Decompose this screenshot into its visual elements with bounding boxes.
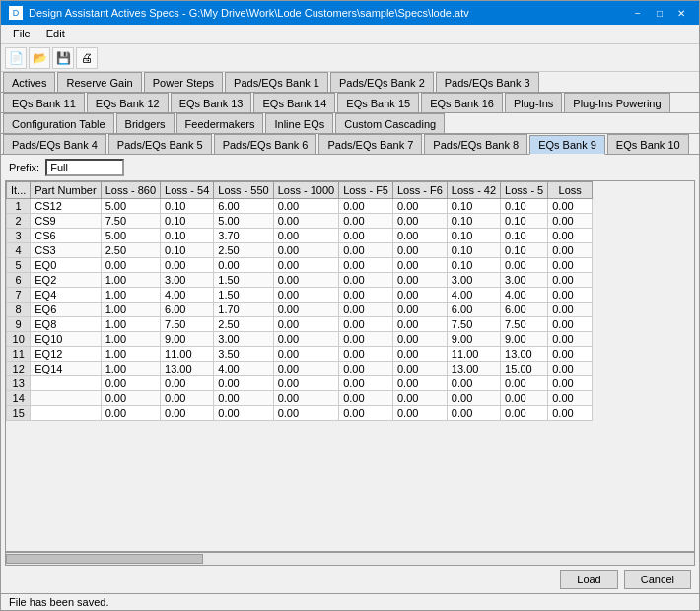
cell-value[interactable]: 6.00: [447, 303, 500, 317]
new-button[interactable]: 📄: [5, 47, 27, 69]
close-button[interactable]: ✕: [671, 5, 691, 21]
cell-value[interactable]: 3.00: [447, 273, 500, 288]
cell-value[interactable]: 0.00: [273, 229, 338, 243]
data-table-container[interactable]: It... Part Number Loss - 860 Loss - 54 L…: [5, 180, 695, 552]
cell-value[interactable]: 0.00: [392, 391, 447, 406]
load-button[interactable]: Load: [560, 570, 617, 589]
tab-pads-eqs-bank3[interactable]: Pads/EQs Bank 3: [436, 72, 539, 92]
cell-value[interactable]: 0.00: [548, 362, 593, 376]
tab-eqs-bank11[interactable]: EQs Bank 11: [3, 93, 85, 112]
cell-part[interactable]: EQ10: [31, 332, 101, 347]
cell-part[interactable]: CS3: [31, 243, 101, 258]
cell-value[interactable]: 0.00: [501, 258, 548, 273]
cell-value[interactable]: 4.00: [161, 288, 214, 303]
cell-value[interactable]: 0.00: [214, 406, 273, 421]
cell-value[interactable]: 0.10: [447, 243, 500, 258]
cell-value[interactable]: 0.00: [548, 332, 593, 347]
cell-value[interactable]: 0.00: [392, 362, 447, 376]
cell-value[interactable]: 0.00: [273, 391, 338, 406]
cell-value[interactable]: 0.00: [392, 288, 447, 303]
cell-value[interactable]: 0.00: [339, 258, 393, 273]
cell-value[interactable]: 7.50: [101, 214, 160, 229]
cell-value[interactable]: 9.00: [501, 332, 548, 347]
cell-value[interactable]: 0.00: [339, 229, 393, 243]
cell-value[interactable]: 0.10: [501, 214, 548, 229]
cell-value[interactable]: 0.10: [447, 258, 500, 273]
cell-part[interactable]: CS12: [31, 199, 101, 214]
cell-value[interactable]: 0.00: [273, 376, 338, 391]
cell-value[interactable]: 0.00: [548, 243, 593, 258]
cell-value[interactable]: 0.00: [101, 391, 160, 406]
cell-value[interactable]: 9.00: [447, 332, 500, 347]
tab-eqs-bank10[interactable]: EQs Bank 10: [607, 134, 689, 154]
cell-value[interactable]: 0.00: [447, 406, 500, 421]
cell-value[interactable]: 0.00: [161, 258, 214, 273]
cell-value[interactable]: 3.00: [161, 273, 214, 288]
tab-eqs-bank16[interactable]: EQs Bank 16: [421, 93, 503, 112]
menu-edit[interactable]: Edit: [38, 27, 73, 41]
scrollbar-thumb[interactable]: [6, 554, 203, 564]
cancel-button[interactable]: Cancel: [624, 570, 691, 589]
cell-value[interactable]: 0.00: [273, 332, 338, 347]
tab-bridgers[interactable]: Bridgers: [116, 113, 175, 133]
cell-value[interactable]: 0.00: [501, 406, 548, 421]
cell-value[interactable]: 0.00: [161, 391, 214, 406]
cell-value[interactable]: 0.00: [548, 273, 593, 288]
tab-actives[interactable]: Actives: [3, 72, 55, 92]
cell-value[interactable]: 3.00: [501, 273, 548, 288]
cell-part[interactable]: [31, 376, 101, 391]
cell-value[interactable]: 0.00: [339, 376, 393, 391]
cell-value[interactable]: 0.00: [101, 406, 160, 421]
cell-value[interactable]: 0.00: [339, 303, 393, 317]
cell-part[interactable]: EQ2: [31, 273, 101, 288]
cell-value[interactable]: 0.10: [501, 229, 548, 243]
cell-part[interactable]: EQ6: [31, 303, 101, 317]
cell-value[interactable]: 0.00: [548, 288, 593, 303]
cell-value[interactable]: 1.50: [214, 288, 273, 303]
prefix-input[interactable]: [45, 159, 124, 176]
cell-value[interactable]: 0.10: [161, 243, 214, 258]
cell-value[interactable]: 0.00: [273, 317, 338, 332]
cell-value[interactable]: 13.00: [161, 362, 214, 376]
open-button[interactable]: 📂: [29, 47, 50, 69]
cell-value[interactable]: 0.00: [392, 406, 447, 421]
cell-value[interactable]: 0.00: [548, 303, 593, 317]
cell-value[interactable]: 0.00: [273, 303, 338, 317]
cell-value[interactable]: 0.00: [339, 317, 393, 332]
cell-part[interactable]: EQ4: [31, 288, 101, 303]
cell-value[interactable]: 0.00: [161, 376, 214, 391]
cell-value[interactable]: 0.00: [273, 258, 338, 273]
cell-value[interactable]: 0.00: [548, 229, 593, 243]
cell-value[interactable]: 1.00: [101, 273, 160, 288]
cell-value[interactable]: 0.00: [339, 199, 393, 214]
cell-value[interactable]: 6.00: [501, 303, 548, 317]
cell-value[interactable]: 0.00: [339, 243, 393, 258]
cell-value[interactable]: 0.00: [339, 362, 393, 376]
cell-value[interactable]: 0.00: [548, 199, 593, 214]
cell-value[interactable]: 0.00: [447, 376, 500, 391]
cell-value[interactable]: 3.70: [214, 229, 273, 243]
cell-value[interactable]: 0.10: [447, 199, 500, 214]
cell-value[interactable]: 0.00: [214, 258, 273, 273]
cell-value[interactable]: 3.50: [214, 347, 273, 362]
cell-value[interactable]: 0.00: [548, 406, 593, 421]
cell-value[interactable]: 0.00: [392, 317, 447, 332]
tab-inline-eqs[interactable]: Inline EQs: [265, 113, 333, 133]
tab-pads-eqs-bank6[interactable]: Pads/EQs Bank 6: [214, 134, 317, 154]
cell-value[interactable]: 0.00: [548, 214, 593, 229]
cell-value[interactable]: 0.00: [501, 376, 548, 391]
cell-value[interactable]: 13.00: [447, 362, 500, 376]
print-button[interactable]: 🖨: [76, 47, 98, 69]
cell-value[interactable]: 1.00: [101, 317, 160, 332]
cell-value[interactable]: 6.00: [214, 199, 273, 214]
cell-value[interactable]: 6.00: [161, 303, 214, 317]
cell-value[interactable]: 0.00: [273, 273, 338, 288]
cell-value[interactable]: 0.00: [392, 199, 447, 214]
cell-part[interactable]: EQ14: [31, 362, 101, 376]
cell-value[interactable]: 1.00: [101, 288, 160, 303]
cell-value[interactable]: 0.00: [273, 406, 338, 421]
tab-pads-eqs-bank5[interactable]: Pads/EQs Bank 5: [108, 134, 212, 154]
cell-value[interactable]: 3.00: [214, 332, 273, 347]
cell-value[interactable]: 15.00: [501, 362, 548, 376]
cell-part[interactable]: EQ0: [31, 258, 101, 273]
